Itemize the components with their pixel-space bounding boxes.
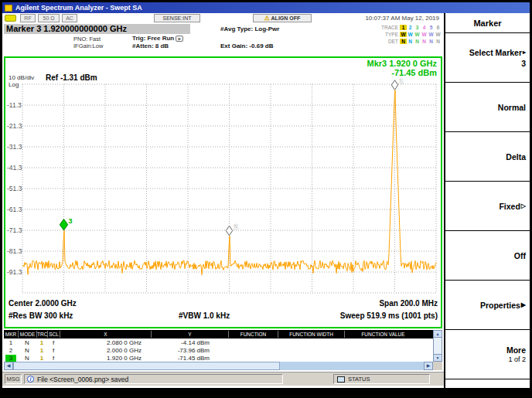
type-3-state: W [414, 32, 421, 37]
det-row-label: DET [375, 39, 398, 44]
y-axis-label: -41.3 [7, 164, 22, 172]
trace-row-label: TRACE [375, 25, 398, 30]
active-marker-ampl: -71.45 dBm [391, 68, 437, 77]
instrument-display: RF 50 Ω AC SENSE:INT ⚠ ALIGN OFF 10:07:3… [2, 13, 444, 388]
pno-block: PNO: Fast IFGain:Low [73, 36, 103, 49]
softkey-fixed[interactable]: Fixed▷ [445, 182, 530, 231]
marker-1-diamond [391, 80, 397, 90]
status-panel: STATUS [333, 374, 430, 384]
softkey-normal[interactable]: Normal [445, 83, 530, 132]
y-axis-label: -71.3 [7, 226, 22, 234]
vbw: #VBW 1.0 kHz [179, 311, 230, 320]
y-axis-label: -51.3 [7, 185, 22, 192]
y-axis-label: -61.3 [7, 206, 22, 213]
scale-type: Log [9, 81, 19, 88]
avg-type-setting: #Avg Type: Log-Pwr [220, 26, 279, 32]
trace-2-state: 2 [407, 25, 414, 30]
status-icon [337, 376, 345, 383]
trigger-setting: Trig: Free Run [132, 35, 174, 42]
menu-title[interactable]: Marker [445, 13, 530, 33]
softkey-properties[interactable]: Properties▶ [445, 281, 530, 330]
header-trc: TRC [36, 331, 47, 338]
center-freq: Center 2.0000 GHz [9, 299, 77, 308]
submenu-arrow-icon: ▸ [523, 49, 526, 56]
marker-3-label: 3 [69, 217, 73, 225]
header-y: Y [151, 331, 228, 338]
scale-per-div: 10 dB/div [9, 74, 34, 81]
softkey-off[interactable]: Off [445, 231, 530, 281]
header-function-width: FUNCTION WIDTH [278, 331, 344, 338]
active-marker-cell: 3 [5, 355, 16, 362]
header-x: X [60, 331, 151, 338]
submenu-arrow-icon: ▶ [521, 301, 526, 308]
submenu-arrow-icon: ▷ [521, 202, 526, 209]
sense-indicator: SENSE:INT [154, 14, 200, 22]
spectrum-plot: -11.3-21.3-31.3-41.3-51.3-61.3-71.3-81.3… [5, 58, 441, 299]
scroll-right-icon[interactable]: ▶ [424, 362, 433, 370]
scroll-down-icon[interactable]: ▼ [433, 354, 442, 362]
status-label: STATUS [348, 376, 370, 383]
scroll-up-icon[interactable]: ▲ [433, 330, 442, 338]
free-run-icon: ▸ [176, 36, 183, 42]
type-6-state: W [435, 32, 442, 37]
marker-2-label: 2 [234, 223, 238, 230]
header-mkr: MKR [4, 331, 18, 338]
type-1-state: W [400, 32, 407, 37]
trace-6-state: 6 [435, 25, 442, 30]
type-2-state: W [407, 32, 414, 37]
y-axis-label: -31.3 [7, 143, 22, 151]
type-4-state: W [421, 32, 428, 37]
trace-1-state: 1 [400, 25, 407, 30]
table-vertical-scrollbar[interactable]: ▲ ▼ [433, 330, 442, 362]
header-scl: SCL [47, 331, 60, 338]
marker-3-diamond [60, 219, 67, 230]
impedance-indicator: 50 Ω [38, 14, 60, 22]
y-axis-label: -11.3 [7, 101, 22, 109]
align-warning: ⚠ ALIGN OFF [253, 14, 312, 22]
softkey-delta[interactable]: Delta [445, 132, 530, 182]
det-1-state: N [400, 39, 407, 44]
title-bar: Agilent Spectrum Analyzer - Swept SA [2, 2, 530, 13]
header-function-value: FUNCTION VALUE [344, 331, 421, 338]
ref-level: Ref -1.31 dBm [46, 73, 97, 82]
rf-indicator: RF [20, 14, 36, 22]
active-marker-freq: Mkr3 1.920 0 GHz [367, 59, 438, 68]
marker-row-3[interactable]: 3 N 1 f 1.920 0 GHz -71.45 dBm [4, 354, 442, 362]
det-2-state: N [407, 39, 414, 44]
spectrum-display: -11.3-21.3-31.3-41.3-51.3-61.3-71.3-81.3… [4, 56, 442, 328]
coupling-indicator: AC [62, 14, 77, 22]
atten-setting: #Atten: 8 dB [132, 43, 183, 50]
y-axis-label: -21.3 [7, 122, 22, 130]
softkey-menu: Marker Select Marker▸ 3 Normal Delta Fix… [444, 13, 530, 388]
ifgain-setting: IFGain:Low [73, 43, 103, 49]
span-value: Span 200.0 MHz [379, 299, 438, 308]
res-bw: #Res BW 300 kHz [9, 311, 73, 320]
det-3-state: N [414, 39, 421, 44]
type-5-state: W [428, 32, 435, 37]
softkey-more[interactable]: More 1 of 2 [445, 330, 530, 379]
scrollbar-thumb[interactable] [13, 362, 280, 370]
marker-row-1[interactable]: 1 N 1 f 2.080 0 GHz -4.14 dBm [4, 338, 442, 346]
trace-3-state: 3 [414, 25, 421, 30]
marker-table: MKR MODE TRC SCL X Y FUNCTION FUNCTION W… [4, 330, 442, 370]
y-axis-label: -91.3 [7, 268, 22, 276]
more-page-indicator: 1 of 2 [508, 355, 526, 363]
det-5-state: N [428, 39, 435, 44]
scroll-left-icon[interactable]: ◀ [4, 362, 13, 370]
app-icon [5, 5, 12, 12]
message-panel: i File <Screen_0006.png> saved [24, 374, 283, 384]
app-window: Agilent Spectrum Analyzer - Swept SA RF … [0, 0, 532, 398]
softkey-select-marker[interactable]: Select Marker▸ 3 [445, 33, 530, 83]
det-6-state: N [435, 39, 442, 44]
app-frame: Agilent Spectrum Analyzer - Swept SA RF … [2, 2, 530, 388]
scrollbar-corner [433, 362, 442, 370]
status-bar: MSG i File <Screen_0006.png> saved STATU… [2, 372, 444, 386]
marker-row-2[interactable]: 2 N 1 f 2.000 0 GHz -73.96 dBm [4, 346, 442, 354]
sweep-time: Sweep 519.9 ms (1001 pts) [340, 311, 438, 320]
marker-readout-bar: Marker 3 1.920000000000 GHz [4, 24, 190, 34]
warning-icon: ⚠ [264, 15, 270, 22]
y-axis-label: -81.3 [7, 247, 22, 255]
info-icon: i [27, 376, 34, 383]
header-function: FUNCTION [228, 331, 278, 338]
table-horizontal-scrollbar[interactable]: ◀ ▶ [4, 362, 442, 370]
